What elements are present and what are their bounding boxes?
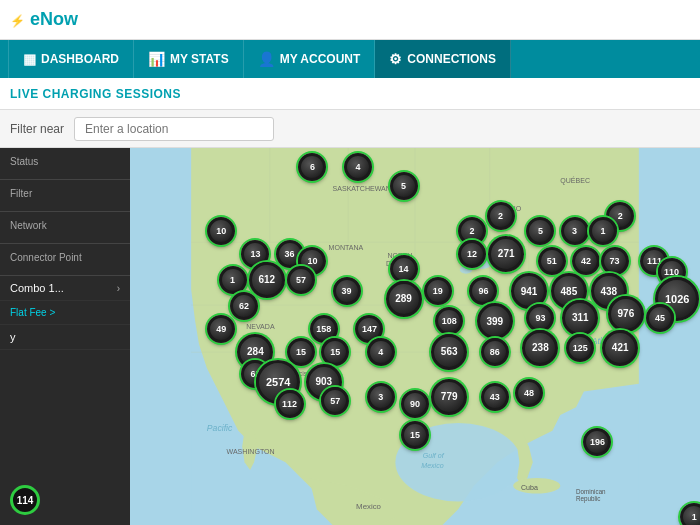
cluster-marker[interactable]: 51 xyxy=(538,247,566,275)
cluster-circle[interactable]: 51 xyxy=(538,247,566,275)
cluster-circle[interactable]: 5 xyxy=(526,217,554,245)
cluster-marker[interactable]: 196 xyxy=(583,428,611,456)
cluster-marker[interactable]: 43 xyxy=(481,383,509,411)
cluster-marker[interactable]: 6 xyxy=(298,153,326,181)
cluster-circle[interactable]: 271 xyxy=(488,236,524,272)
cluster-circle[interactable]: 125 xyxy=(566,334,594,362)
cluster-marker[interactable]: 4 xyxy=(367,338,395,366)
cluster-circle[interactable]: 86 xyxy=(481,338,509,366)
cluster-marker[interactable]: 19 xyxy=(424,277,452,305)
cluster-circle[interactable]: 14 xyxy=(390,255,418,283)
cluster-circle[interactable]: 90 xyxy=(401,390,429,418)
chevron-right-icon: › xyxy=(117,283,120,294)
app-logo: ⚡ eNow xyxy=(10,9,78,30)
cluster-circle[interactable]: 39 xyxy=(333,277,361,305)
cluster-marker[interactable]: 1 xyxy=(589,217,617,245)
filter-label: Filter near xyxy=(10,122,64,136)
cluster-marker[interactable]: 42 xyxy=(572,247,600,275)
cluster-circle[interactable]: 49 xyxy=(207,315,235,343)
cluster-circle[interactable]: 4 xyxy=(344,153,372,181)
cluster-circle[interactable]: 42 xyxy=(572,247,600,275)
cluster-circle[interactable]: 48 xyxy=(515,379,543,407)
nav-my-stats[interactable]: 📊 MY STATS xyxy=(134,40,244,78)
cluster-circle[interactable]: 238 xyxy=(522,330,558,366)
cluster-circle[interactable]: 399 xyxy=(477,303,513,339)
cluster-marker[interactable]: 12 xyxy=(458,240,486,268)
cluster-circle[interactable]: 3 xyxy=(561,217,589,245)
cluster-marker[interactable]: 238 xyxy=(522,330,558,366)
sidebar-item-flatfee[interactable]: Flat Fee > xyxy=(0,301,130,325)
cluster-circle[interactable]: 4 xyxy=(367,338,395,366)
cluster-marker[interactable]: 5 xyxy=(526,217,554,245)
cluster-circle[interactable]: 1 xyxy=(680,503,700,525)
cluster-circle[interactable]: 6 xyxy=(298,153,326,181)
cluster-marker[interactable]: 1 xyxy=(680,503,700,525)
cluster-circle[interactable]: 2 xyxy=(487,202,515,230)
cluster-marker[interactable]: 93 xyxy=(526,304,554,332)
cluster-marker[interactable]: 779 xyxy=(431,379,467,415)
cluster-circle[interactable]: 112 xyxy=(276,390,304,418)
cluster-marker[interactable]: 96 xyxy=(469,277,497,305)
cluster-marker[interactable]: 3 xyxy=(561,217,589,245)
cluster-marker[interactable]: 73 xyxy=(601,247,629,275)
cluster-marker[interactable]: 2 xyxy=(487,202,515,230)
cluster-marker[interactable]: 1 xyxy=(219,266,247,294)
cluster-circle[interactable]: 976 xyxy=(608,296,644,332)
cluster-marker[interactable]: 4 xyxy=(344,153,372,181)
cluster-marker[interactable]: 57 xyxy=(321,387,349,415)
cluster-circle[interactable]: 421 xyxy=(602,330,638,366)
cluster-circle[interactable]: 5 xyxy=(390,172,418,200)
cluster-marker[interactable]: 15 xyxy=(321,338,349,366)
cluster-marker[interactable]: 57 xyxy=(287,266,315,294)
map-container[interactable]: Pacific Atlantic SASKATCHEWAN ONTARIO QU… xyxy=(130,148,700,525)
cluster-marker[interactable]: 112 xyxy=(276,390,304,418)
nav-dashboard[interactable]: ▦ DASHBOARD xyxy=(8,40,134,78)
cluster-circle[interactable]: 19 xyxy=(424,277,452,305)
cluster-marker[interactable]: 976 xyxy=(608,296,644,332)
cluster-marker[interactable]: 14 xyxy=(390,255,418,283)
cluster-marker[interactable]: 39 xyxy=(333,277,361,305)
cluster-circle[interactable]: 15 xyxy=(401,421,429,449)
cluster-marker[interactable]: 108 xyxy=(435,307,463,335)
cluster-circle[interactable]: 1 xyxy=(219,266,247,294)
cluster-circle[interactable]: 12 xyxy=(458,240,486,268)
cluster-marker[interactable]: 3 xyxy=(367,383,395,411)
cluster-marker[interactable]: 311 xyxy=(562,300,598,336)
cluster-circle[interactable]: 43 xyxy=(481,383,509,411)
cluster-circle[interactable]: 289 xyxy=(386,281,422,317)
nav-connections[interactable]: ⚙ CONNECTIONS xyxy=(375,40,511,78)
nav-my-account[interactable]: 👤 MY ACCOUNT xyxy=(244,40,376,78)
cluster-marker[interactable]: 86 xyxy=(481,338,509,366)
sidebar-item-y[interactable]: y xyxy=(0,325,130,350)
cluster-marker[interactable]: 10 xyxy=(207,217,235,245)
cluster-circle[interactable]: 96 xyxy=(469,277,497,305)
cluster-marker[interactable]: 563 xyxy=(431,334,467,370)
cluster-circle[interactable]: 563 xyxy=(431,334,467,370)
cluster-marker[interactable]: 15 xyxy=(401,421,429,449)
cluster-marker[interactable]: 421 xyxy=(602,330,638,366)
cluster-circle[interactable]: 10 xyxy=(207,217,235,245)
cluster-circle[interactable]: 73 xyxy=(601,247,629,275)
cluster-marker[interactable]: 399 xyxy=(477,303,513,339)
cluster-circle[interactable]: 57 xyxy=(287,266,315,294)
cluster-circle[interactable]: 108 xyxy=(435,307,463,335)
cluster-circle[interactable]: 15 xyxy=(321,338,349,366)
cluster-marker[interactable]: 45 xyxy=(646,304,674,332)
cluster-marker[interactable]: 271 xyxy=(488,236,524,272)
cluster-marker[interactable]: 5 xyxy=(390,172,418,200)
cluster-marker[interactable]: 289 xyxy=(386,281,422,317)
location-input[interactable] xyxy=(74,117,274,141)
cluster-circle[interactable]: 779 xyxy=(431,379,467,415)
cluster-circle[interactable]: 57 xyxy=(321,387,349,415)
cluster-circle[interactable]: 3 xyxy=(367,383,395,411)
cluster-circle[interactable]: 311 xyxy=(562,300,598,336)
cluster-marker[interactable]: 49 xyxy=(207,315,235,343)
cluster-marker[interactable]: 125 xyxy=(566,334,594,362)
cluster-circle[interactable]: 196 xyxy=(583,428,611,456)
sidebar-item-combo1[interactable]: Combo 1... › xyxy=(0,276,130,301)
cluster-circle[interactable]: 1 xyxy=(589,217,617,245)
cluster-circle[interactable]: 45 xyxy=(646,304,674,332)
cluster-marker[interactable]: 48 xyxy=(515,379,543,407)
cluster-marker[interactable]: 90 xyxy=(401,390,429,418)
cluster-circle[interactable]: 93 xyxy=(526,304,554,332)
